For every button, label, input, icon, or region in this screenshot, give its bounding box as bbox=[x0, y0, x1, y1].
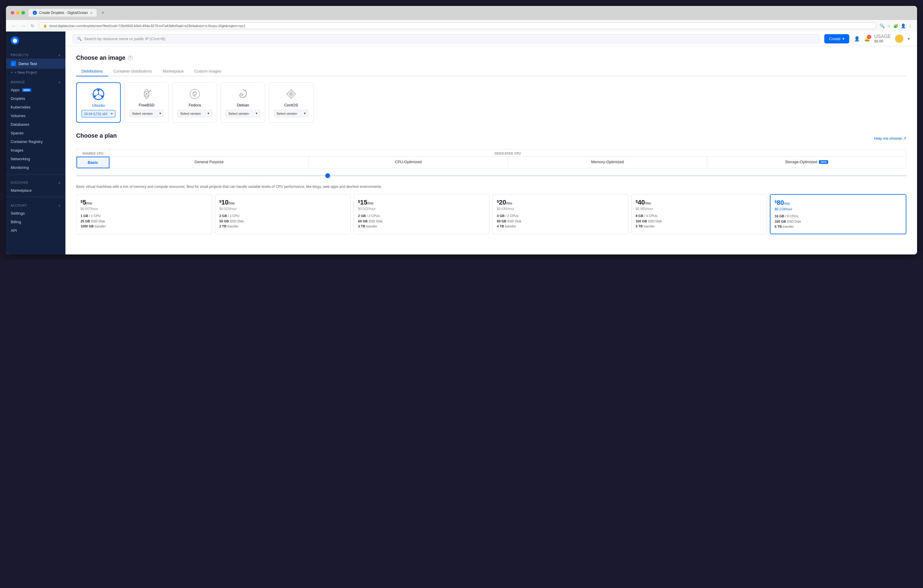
new-project-button[interactable]: + + New Project bbox=[6, 69, 66, 76]
projects-section-label: PROJECTS ∧ bbox=[6, 49, 66, 59]
price-5-specs: 1 GB / 1 CPU 25 GB SSD Disk 1000 GB tran… bbox=[80, 214, 207, 229]
tab-close-icon[interactable]: ✕ bbox=[90, 11, 92, 15]
sidebar-item-images[interactable]: Images bbox=[6, 146, 66, 154]
usage-display: USAGE $0.00 bbox=[874, 34, 891, 43]
address-field[interactable]: 🔒 cloud.digitalocean.com/droplets/new?fl… bbox=[39, 22, 877, 29]
bookmark-icon[interactable]: ☆ bbox=[887, 23, 891, 28]
sidebar-item-settings[interactable]: Settings bbox=[6, 209, 66, 218]
networking-label: Networking bbox=[11, 157, 30, 161]
price-15-hour: $0.022/hour bbox=[358, 207, 485, 210]
search-icon[interactable]: 🔍 bbox=[880, 23, 885, 28]
tab-custom-images[interactable]: Custom images bbox=[189, 67, 227, 76]
droplets-label: Droplets bbox=[11, 96, 25, 101]
help-me-choose-link[interactable]: Help me choose ↗ bbox=[874, 136, 907, 141]
container-registry-label: Container Registry bbox=[11, 140, 43, 144]
price-20-main: $20/mo bbox=[497, 199, 624, 206]
spaces-label: Spaces bbox=[11, 131, 23, 135]
user-avatar-icon[interactable]: 👤 bbox=[901, 23, 906, 28]
freebsd-version-select[interactable]: Select version ▾ bbox=[129, 110, 164, 117]
price-10-main: $10/mo bbox=[220, 199, 347, 206]
create-label: Create bbox=[829, 36, 841, 41]
memory-optimized-tab[interactable]: Memory-Optimized bbox=[508, 157, 707, 167]
tab-container-distributions[interactable]: Container distributions bbox=[108, 67, 157, 76]
support-icon[interactable]: 👤 bbox=[854, 36, 860, 42]
sidebar-item-api[interactable]: API bbox=[6, 226, 66, 235]
new-tab-button[interactable]: + bbox=[100, 10, 105, 15]
sidebar-item-kubernetes[interactable]: Kubernetes bbox=[6, 103, 66, 112]
notification-bell[interactable]: 🔔 4 bbox=[864, 36, 870, 42]
price-80-hour: $0.119/hour bbox=[775, 207, 902, 211]
sidebar-item-billing[interactable]: Billing bbox=[6, 218, 66, 226]
tab-distributions[interactable]: Distributions bbox=[76, 67, 108, 76]
basic-tab[interactable]: Basic bbox=[76, 157, 109, 168]
create-button[interactable]: Create ▾ bbox=[824, 34, 849, 43]
debian-icon bbox=[236, 87, 250, 100]
sidebar-item-databases[interactable]: Databases bbox=[6, 120, 66, 129]
browser-window: ● Create Droplets - DigitalOcean ✕ + ← →… bbox=[6, 6, 917, 255]
extensions-icon[interactable]: 🧩 bbox=[893, 23, 898, 28]
traffic-lights bbox=[11, 11, 25, 15]
plan-slider-track bbox=[76, 175, 907, 176]
cpu-optimized-tab[interactable]: CPU-Optimized bbox=[309, 157, 508, 167]
freebsd-name: FreeBSD bbox=[139, 103, 154, 107]
centos-icon bbox=[284, 87, 298, 100]
pricing-card-40[interactable]: $40/mo $0.060/hour 8 GB / 4 CPUs 160 GB … bbox=[631, 194, 767, 234]
browser-tab[interactable]: ● Create Droplets - DigitalOcean ✕ bbox=[28, 9, 97, 16]
close-button[interactable] bbox=[11, 11, 14, 15]
choose-image-title: Choose an image bbox=[76, 54, 125, 61]
distro-card-debian[interactable]: Debian Select version ▾ bbox=[221, 82, 265, 123]
pricing-card-80[interactable]: $80/mo $0.119/hour 16 GB / 8 CPUs 320 GB… bbox=[770, 194, 907, 234]
maximize-button[interactable] bbox=[21, 11, 25, 15]
general-purpose-tab[interactable]: General Purpose bbox=[110, 157, 309, 167]
search-bar[interactable]: 🔍 Search by resource name or public IP (… bbox=[72, 34, 820, 43]
external-link-icon: ↗ bbox=[903, 136, 907, 141]
debian-version-select[interactable]: Select version ▾ bbox=[226, 110, 260, 117]
choose-image-help-icon[interactable]: ? bbox=[128, 56, 133, 60]
debian-version-chevron-icon: ▾ bbox=[256, 112, 258, 115]
sidebar-item-monitoring[interactable]: Monitoring bbox=[6, 163, 66, 172]
price-20-hour: $0.030/hour bbox=[497, 207, 624, 210]
fedora-version-select[interactable]: Select version ▾ bbox=[177, 110, 212, 117]
fedora-name: Fedora bbox=[189, 103, 201, 107]
forward-button[interactable]: → bbox=[20, 23, 27, 29]
svg-point-8 bbox=[146, 93, 148, 95]
user-menu-chevron-icon[interactable]: ▾ bbox=[908, 36, 910, 42]
distro-card-ubuntu[interactable]: Ubuntu 20.04 (LTS) x64 ▾ bbox=[76, 82, 121, 123]
user-avatar[interactable] bbox=[895, 34, 903, 43]
pricing-card-20[interactable]: $20/mo $0.030/hour 4 GB / 2 CPUs 80 GB S… bbox=[493, 194, 628, 234]
main-content: Choose an image ? Distributions Containe… bbox=[66, 46, 917, 255]
sidebar-item-droplets[interactable]: Droplets bbox=[6, 94, 66, 103]
distro-card-freebsd[interactable]: FreeBSD Select version ▾ bbox=[124, 82, 169, 123]
sidebar-project-demo-test[interactable]: □ Demo Test bbox=[6, 59, 66, 69]
distro-card-fedora[interactable]: Fedora Select version ▾ bbox=[172, 82, 217, 123]
back-button[interactable]: ← bbox=[11, 23, 17, 29]
ubuntu-version-select[interactable]: 20.04 (LTS) x64 ▾ bbox=[82, 110, 115, 117]
menu-icon[interactable]: ⋮ bbox=[908, 23, 912, 28]
sidebar-item-apps[interactable]: Apps NEW bbox=[6, 85, 66, 94]
sidebar-item-spaces[interactable]: Spaces bbox=[6, 129, 66, 137]
plan-slider-thumb[interactable] bbox=[325, 173, 330, 178]
pricing-card-10[interactable]: $10/mo $0.015/hour 2 GB / 1 CPU 50 GB SS… bbox=[215, 194, 351, 234]
apps-label: Apps bbox=[11, 88, 20, 92]
centos-version-select[interactable]: Select version ▾ bbox=[274, 110, 308, 117]
sidebar-item-volumes[interactable]: Volumes bbox=[6, 112, 66, 120]
sidebar-item-container-registry[interactable]: Container Registry bbox=[6, 137, 66, 146]
price-5-hour: $0.007/hour bbox=[80, 207, 207, 210]
pricing-card-15[interactable]: $15/mo $0.022/hour 2 GB / 2 CPUs 60 GB S… bbox=[353, 194, 489, 234]
sidebar-item-networking[interactable]: Networking bbox=[6, 154, 66, 163]
tab-marketplace[interactable]: Marketplace bbox=[157, 67, 189, 76]
distro-card-centos[interactable]: CentOS Select version ▾ bbox=[269, 82, 314, 123]
url-text: cloud.digitalocean.com/droplets/new?flee… bbox=[49, 24, 245, 28]
pricing-card-5[interactable]: $5/mo $0.007/hour 1 GB / 1 CPU 25 GB SSD… bbox=[76, 194, 212, 234]
price-15-specs: 2 GB / 2 CPUs 60 GB SSD Disk 3 TB transf… bbox=[358, 214, 485, 229]
minimize-button[interactable] bbox=[16, 11, 20, 15]
storage-optimized-tab[interactable]: Storage-Optimized NEW bbox=[707, 157, 906, 167]
price-40-hour: $0.060/hour bbox=[636, 207, 763, 210]
svg-line-5 bbox=[99, 94, 101, 96]
sidebar-item-marketplace[interactable]: Marketplace bbox=[6, 186, 66, 195]
settings-label: Settings bbox=[11, 211, 25, 215]
new-badge: NEW bbox=[22, 88, 31, 92]
sidebar-logo: ⬤ bbox=[6, 31, 66, 49]
refresh-button[interactable]: ↻ bbox=[30, 23, 36, 29]
freebsd-version-chevron-icon: ▾ bbox=[159, 112, 161, 115]
